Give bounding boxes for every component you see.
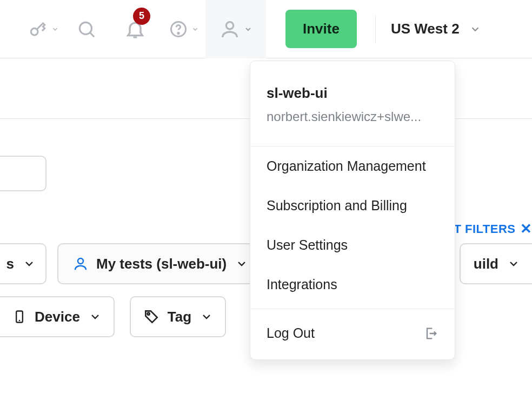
menu-logout[interactable]: Log Out	[250, 309, 455, 359]
filter-truncated-left[interactable]: s	[0, 243, 46, 284]
user-icon	[72, 256, 89, 272]
svg-point-1	[79, 22, 91, 34]
menu-integrations[interactable]: Integrations	[250, 265, 455, 304]
svg-point-0	[31, 28, 38, 35]
chevron-down-icon	[507, 257, 520, 270]
chevron-down-icon	[51, 25, 59, 33]
key-icon	[28, 19, 48, 39]
logout-icon	[423, 326, 438, 341]
user-menu[interactable]	[205, 0, 266, 58]
close-icon: ✕	[520, 221, 533, 237]
notification-badge: 5	[133, 8, 150, 25]
chevron-down-icon	[235, 257, 248, 270]
svg-point-9	[148, 313, 150, 315]
chevron-down-icon	[191, 25, 199, 33]
filter-build[interactable]: uild	[460, 243, 532, 284]
chevron-down-icon	[23, 257, 36, 270]
filter-device-label: Device	[35, 309, 80, 325]
user-dropdown-email: norbert.sienkiewicz+slwe...	[267, 109, 438, 124]
svg-line-2	[90, 32, 94, 37]
menu-user-settings[interactable]: User Settings	[250, 225, 455, 265]
user-dropdown-header: sl-web-ui norbert.sienkiewicz+slwe...	[250, 61, 455, 146]
user-icon	[219, 18, 241, 40]
menu-org-management[interactable]: Organization Management	[250, 146, 455, 186]
filter-tag[interactable]: Tag	[130, 296, 226, 337]
notifications-button[interactable]: 5	[108, 0, 162, 58]
filter-row-2: Device Tag	[0, 296, 226, 337]
reset-filters-link[interactable]: ET FILTERS ✕	[445, 221, 532, 237]
truncated-box[interactable]	[0, 156, 46, 191]
region-selector[interactable]: US West 2	[391, 21, 481, 37]
filter-owner-label: My tests (sl-web-ui)	[96, 256, 227, 272]
filter-device[interactable]: Device	[0, 296, 115, 337]
topbar: 5 Invite US West 2	[0, 0, 532, 58]
filter-build-label: uild	[474, 256, 498, 272]
chevron-down-icon	[200, 310, 213, 323]
help-icon	[169, 19, 188, 39]
filter-row-1: s My tests (sl-web-ui)	[0, 243, 263, 284]
tag-icon	[143, 308, 160, 325]
invite-button[interactable]: Invite	[285, 10, 357, 48]
reset-filters-label: ET FILTERS	[445, 222, 515, 236]
filter-tag-label: Tag	[168, 309, 191, 325]
chevron-down-icon	[469, 23, 481, 35]
api-key-menu[interactable]	[22, 0, 65, 58]
user-dropdown: sl-web-ui norbert.sienkiewicz+slwe... Or…	[250, 61, 455, 360]
chevron-down-icon	[244, 25, 252, 34]
user-dropdown-title: sl-web-ui	[267, 85, 438, 102]
chevron-down-icon	[89, 310, 102, 323]
filter-fragment-label: s	[6, 256, 14, 272]
search-button[interactable]	[65, 0, 108, 58]
region-label: US West 2	[391, 21, 460, 37]
menu-subscription-billing[interactable]: Subscription and Billing	[250, 186, 455, 225]
menu-logout-label: Log Out	[267, 325, 315, 341]
filter-owner[interactable]: My tests (sl-web-ui)	[57, 243, 263, 284]
device-icon	[12, 307, 27, 326]
svg-point-5	[226, 22, 233, 29]
search-icon	[76, 19, 97, 39]
svg-point-6	[78, 258, 83, 264]
svg-point-4	[178, 32, 179, 34]
help-menu[interactable]	[162, 0, 205, 58]
divider	[375, 15, 376, 43]
